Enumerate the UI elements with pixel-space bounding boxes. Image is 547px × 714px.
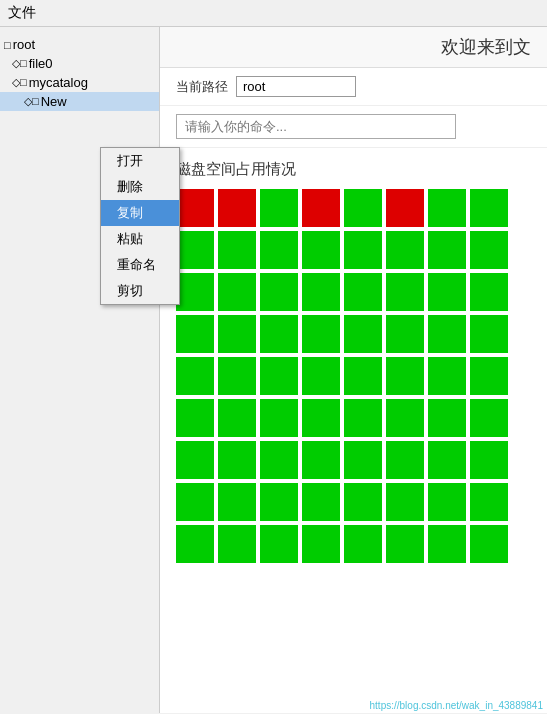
disk-block-24 [176, 315, 214, 353]
command-input[interactable] [176, 114, 456, 139]
disk-block-7 [470, 189, 508, 227]
disk-block-67 [302, 525, 340, 563]
disk-block-31 [470, 315, 508, 353]
file-menu[interactable]: 文件 [8, 4, 36, 20]
disk-block-10 [260, 231, 298, 269]
disk-block-13 [386, 231, 424, 269]
watermark: https://blog.csdn.net/wak_in_43889841 [370, 700, 543, 711]
command-bar [160, 106, 547, 148]
disk-block-58 [260, 483, 298, 521]
main-layout: □ root ◇□ file0 ◇□ mycatalog ◇□ New 打开 删… [0, 27, 547, 713]
sidebar-label-file0: file0 [29, 56, 53, 71]
disk-block-19 [302, 273, 340, 311]
disk-block-15 [470, 231, 508, 269]
disk-block-12 [344, 231, 382, 269]
disk-block-46 [428, 399, 466, 437]
disk-block-39 [470, 357, 508, 395]
sidebar-item-file0[interactable]: ◇□ file0 [0, 54, 159, 73]
disk-block-37 [386, 357, 424, 395]
disk-block-48 [176, 441, 214, 479]
sidebar-label-mycatalog: mycatalog [29, 75, 88, 90]
disk-block-5 [386, 189, 424, 227]
disk-block-64 [176, 525, 214, 563]
disk-block-3 [302, 189, 340, 227]
disk-block-17 [218, 273, 256, 311]
disk-block-47 [470, 399, 508, 437]
context-menu-open[interactable]: 打开 [101, 148, 179, 174]
path-input[interactable] [236, 76, 356, 97]
disk-block-16 [176, 273, 214, 311]
disk-block-29 [386, 315, 424, 353]
sidebar-label-new: New [41, 94, 67, 109]
disk-block-52 [344, 441, 382, 479]
disk-block-70 [428, 525, 466, 563]
disk-block-1 [218, 189, 256, 227]
disk-block-27 [302, 315, 340, 353]
disk-block-22 [428, 273, 466, 311]
disk-block-33 [218, 357, 256, 395]
disk-block-40 [176, 399, 214, 437]
disk-section-title: 磁盘空间占用情况 [176, 160, 531, 179]
sidebar-item-mycatalog[interactable]: ◇□ mycatalog [0, 73, 159, 92]
disk-block-50 [260, 441, 298, 479]
disk-block-66 [260, 525, 298, 563]
disk-block-41 [218, 399, 256, 437]
disk-block-59 [302, 483, 340, 521]
context-menu-paste[interactable]: 粘贴 [101, 226, 179, 252]
folder-icon-file0: ◇□ [12, 57, 27, 70]
sidebar-item-root[interactable]: □ root [0, 35, 159, 54]
disk-block-34 [260, 357, 298, 395]
disk-block-11 [302, 231, 340, 269]
disk-block-18 [260, 273, 298, 311]
disk-block-68 [344, 525, 382, 563]
disk-block-56 [176, 483, 214, 521]
disk-block-21 [386, 273, 424, 311]
disk-block-36 [344, 357, 382, 395]
disk-block-55 [470, 441, 508, 479]
disk-block-6 [428, 189, 466, 227]
folder-icon-new: ◇□ [24, 95, 39, 108]
disk-block-69 [386, 525, 424, 563]
disk-block-49 [218, 441, 256, 479]
menu-bar: 文件 [0, 0, 547, 27]
disk-block-25 [218, 315, 256, 353]
context-menu-delete[interactable]: 删除 [101, 174, 179, 200]
path-label: 当前路径 [176, 78, 228, 96]
context-menu-cut[interactable]: 剪切 [101, 278, 179, 304]
disk-block-57 [218, 483, 256, 521]
disk-block-51 [302, 441, 340, 479]
disk-block-23 [470, 273, 508, 311]
disk-block-30 [428, 315, 466, 353]
disk-block-9 [218, 231, 256, 269]
sidebar: □ root ◇□ file0 ◇□ mycatalog ◇□ New 打开 删… [0, 27, 160, 713]
disk-section: 磁盘空间占用情况 [160, 148, 547, 575]
disk-block-32 [176, 357, 214, 395]
context-menu-rename[interactable]: 重命名 [101, 252, 179, 278]
disk-block-20 [344, 273, 382, 311]
disk-block-60 [344, 483, 382, 521]
disk-block-61 [386, 483, 424, 521]
content-area: 欢迎来到文 当前路径 磁盘空间占用情况 https://blog.csdn.ne… [160, 27, 547, 713]
folder-icon-root: □ [4, 39, 11, 51]
disk-block-65 [218, 525, 256, 563]
disk-block-53 [386, 441, 424, 479]
sidebar-item-new[interactable]: ◇□ New [0, 92, 159, 111]
disk-block-26 [260, 315, 298, 353]
context-menu: 打开 删除 复制 粘贴 重命名 剪切 [100, 147, 180, 305]
disk-block-8 [176, 231, 214, 269]
disk-block-28 [344, 315, 382, 353]
disk-block-14 [428, 231, 466, 269]
disk-block-54 [428, 441, 466, 479]
disk-block-2 [260, 189, 298, 227]
disk-block-42 [260, 399, 298, 437]
disk-block-62 [428, 483, 466, 521]
disk-block-43 [302, 399, 340, 437]
content-header: 欢迎来到文 [160, 27, 547, 68]
context-menu-copy[interactable]: 复制 [101, 200, 179, 226]
sidebar-label-root: root [13, 37, 35, 52]
disk-block-71 [470, 525, 508, 563]
disk-block-0 [176, 189, 214, 227]
disk-block-38 [428, 357, 466, 395]
disk-block-44 [344, 399, 382, 437]
path-bar: 当前路径 [160, 68, 547, 106]
